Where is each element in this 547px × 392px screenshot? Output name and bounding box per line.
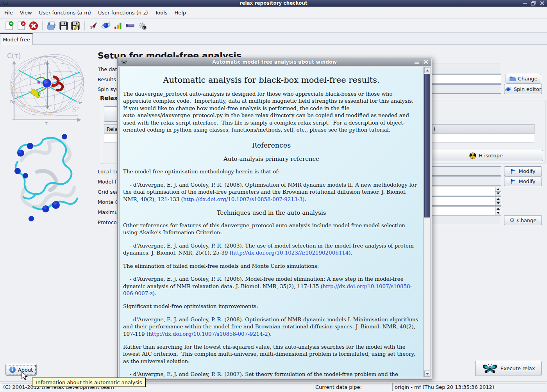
- scrollbar-thumb[interactable]: [424, 74, 430, 217]
- dialog-paragraph: - d'Auvergne, E. J. and Gooley, P. R. (2…: [123, 182, 420, 203]
- dialog-paragraph: The dauvergne_protocol auto-analysis is …: [123, 91, 420, 134]
- dialog-paragraph: Significant model-free optimisation impr…: [123, 303, 420, 310]
- graph-dz-label: Dz: [77, 101, 82, 105]
- graph-s2-label: S²: [72, 106, 79, 114]
- dialog-paragraph: - d'Auvergne, E. J. and Gooley, P. R. (2…: [123, 371, 420, 377]
- doi-link[interactable]: http://dx.doi.org/10.1007/s10858-007-921…: [148, 331, 268, 337]
- flag-icon: [510, 169, 516, 174]
- close-icon[interactable]: [539, 1, 545, 6]
- dialog-title: Automatic model-free analysis about wind…: [118, 59, 431, 65]
- gear-icon: ⚙: [509, 217, 515, 223]
- statusbar-pipe-label: Current data pipe:: [313, 383, 391, 391]
- doi-link[interactable]: http://dx.doi.org/10.1007/s10858-006-900…: [123, 283, 412, 296]
- h-isotope-button[interactable]: H isotope: [429, 150, 543, 161]
- close-analysis-icon[interactable]: [15, 20, 27, 32]
- change-results-button[interactable]: Change: [506, 74, 541, 84]
- toolbar-separator: [42, 21, 43, 30]
- window-titlebar: relax repository checkout: [0, 0, 547, 7]
- dialog-paragraph: Rather than searching for the lowest chi…: [123, 344, 420, 365]
- toolbar-separator: [84, 21, 85, 30]
- flag-icon: [510, 179, 516, 184]
- modify-local-tm-button[interactable]: Modify: [504, 166, 542, 176]
- scroll-down-icon[interactable]: [424, 371, 430, 377]
- about-dialog: Automatic model-free analysis about wind…: [117, 57, 432, 380]
- tab-model-free[interactable]: Model-free: [0, 33, 33, 45]
- about-button[interactable]: i About: [5, 364, 37, 376]
- relax-prompt-icon[interactable]: [136, 20, 148, 32]
- dialog-heading: Auto-analysis primary reference: [123, 155, 420, 162]
- menu-user-functions-nz[interactable]: User functions (n-z): [95, 7, 152, 18]
- dialog-content: Automatic analysis for black-box model-f…: [123, 67, 420, 377]
- label-model-free-models: Model-fr: [98, 179, 119, 185]
- dialog-heading: Techniques used in the auto-analysis: [123, 209, 420, 216]
- about-tooltip: Information about this automatic analysi…: [32, 378, 146, 387]
- save-as-icon[interactable]: [70, 20, 82, 32]
- label-maximum-iterations: Maximu: [98, 209, 118, 215]
- spin-up-icon[interactable]: [495, 197, 501, 201]
- exit-icon[interactable]: [27, 20, 39, 32]
- open-state-icon[interactable]: [45, 20, 57, 32]
- new-analysis-icon[interactable]: [3, 20, 15, 32]
- app-window: relax repository checkout File View User…: [0, 0, 547, 392]
- execute-relax-button[interactable]: Execute relax: [475, 361, 542, 376]
- label-monte-carlo: Monte C: [98, 199, 119, 205]
- spin-down-icon[interactable]: [495, 201, 501, 206]
- menubar: File View User functions (a-m) User func…: [0, 7, 547, 19]
- results-viewer-icon[interactable]: [112, 20, 124, 32]
- menu-help[interactable]: Help: [171, 7, 190, 18]
- dialog-paragraph: - d'Auvergne, E. J. and Gooley, P. R. (2…: [123, 242, 420, 257]
- dialog-close-icon[interactable]: [424, 58, 428, 66]
- scroll-up-icon[interactable]: [424, 67, 430, 73]
- focus-rect: [7, 365, 35, 374]
- model-free-theory-image: C(τ) Dx Dy Dz Dz: [3, 49, 85, 126]
- dialog-paragraph: Other references for features of this da…: [123, 222, 420, 237]
- radiation-icon: [469, 152, 476, 159]
- butterfly-icon: [482, 363, 498, 374]
- label-results-dir: Results: [98, 77, 116, 82]
- dialog-minimize-icon[interactable]: [415, 58, 419, 66]
- minimize-icon[interactable]: [522, 1, 527, 6]
- modify-models-button[interactable]: Modify: [504, 176, 542, 186]
- dialog-body: Automatic analysis for black-box model-f…: [119, 67, 424, 377]
- dialog-titlebar: Automatic model-free analysis about wind…: [118, 58, 431, 66]
- window-title: relax repository checkout: [0, 0, 547, 7]
- graph-xlabel: τ: [45, 120, 48, 126]
- tabbar: Model-free: [0, 33, 547, 45]
- folder-icon: [509, 76, 516, 81]
- protein-structure-image: [10, 129, 84, 223]
- statusbar-pipe-value: origin - mf (Thu Sep 20 13:35:36 2012): [392, 383, 546, 391]
- spin-editor-button[interactable]: Spin editor: [504, 84, 542, 94]
- menu-view[interactable]: View: [16, 7, 36, 18]
- menu-file[interactable]: File: [1, 7, 16, 18]
- dialog-paragraph: The model-free optimisation methodology …: [123, 168, 420, 175]
- toolbar: [0, 19, 547, 33]
- dialog-scrollbar[interactable]: [424, 67, 431, 377]
- mouse-cursor: [21, 371, 28, 381]
- save-state-icon[interactable]: [57, 20, 70, 32]
- graph-dz2-label: Dz: [45, 105, 49, 109]
- label-data-pipe: The dat: [98, 66, 117, 72]
- dialog-paragraph: - d'Auvergne, E. J. and Gooley, P. R. (2…: [123, 316, 420, 338]
- spin-up-icon[interactable]: [495, 187, 501, 192]
- data-pipe-editor-icon[interactable]: [124, 20, 136, 32]
- menu-tools[interactable]: Tools: [152, 7, 171, 18]
- dialog-heading: References: [123, 141, 420, 149]
- spin-down-icon[interactable]: [495, 211, 501, 216]
- relax-controller-icon[interactable]: [88, 20, 100, 32]
- restore-icon[interactable]: [531, 1, 536, 6]
- doi-link[interactable]: http://dx.doi.org/10.1023/A:102190200611…: [232, 250, 349, 256]
- label-protocol-mode: Protoco: [98, 219, 117, 225]
- dialog-paragraph: - d'Auvergne, E. J. and Gooley, P. R. (2…: [123, 276, 420, 297]
- spin-up-icon[interactable]: [495, 207, 501, 211]
- menu-user-functions-am[interactable]: User functions (a-m): [36, 7, 95, 18]
- dialog-heading: Automatic analysis for black-box model-f…: [127, 75, 416, 85]
- change-protocol-button[interactable]: ⚙ Change: [504, 215, 542, 225]
- spin-viewer-icon[interactable]: [100, 20, 112, 32]
- doi-link[interactable]: http://dx.doi.org/10.1007/s10858-007-921…: [183, 196, 303, 202]
- graph-ylabel: C(τ): [7, 52, 21, 60]
- relaxation-table-header-right: ): [433, 126, 435, 132]
- spin-down-icon[interactable]: [495, 192, 501, 196]
- label-spin-systems: Spin sys: [98, 86, 119, 92]
- dialog-paragraph: The elimination of failed model-free mod…: [123, 263, 420, 270]
- graph-dy-label: Dy: [10, 100, 15, 104]
